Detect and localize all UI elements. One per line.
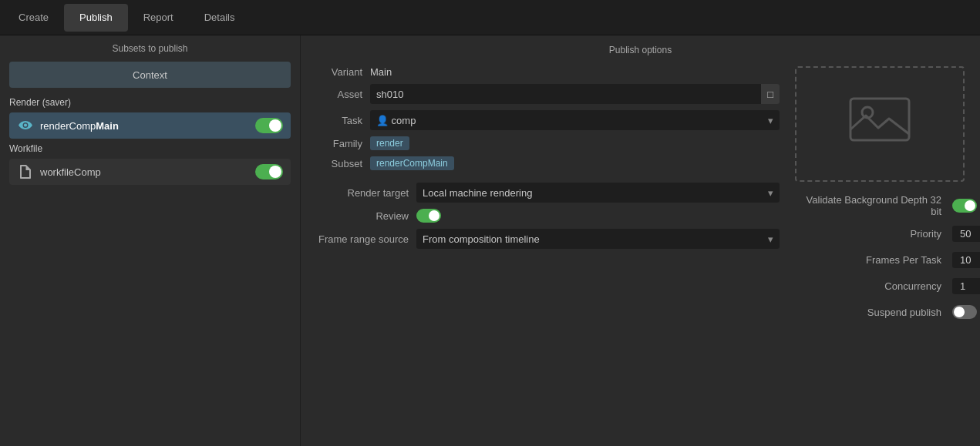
variant-label: Variant [316, 66, 362, 78]
priority-row: Priority 50 [795, 223, 965, 243]
task-row: Task 👤 comp [316, 110, 780, 130]
suspend-publish-row: Suspend publish [795, 302, 965, 322]
tab-create[interactable]: Create [3, 4, 64, 32]
task-select[interactable]: 👤 comp [370, 110, 780, 130]
bottom-options: Render target Local machine rendering Re… [316, 183, 780, 249]
top-navigation: Create Publish Report Details [0, 0, 980, 35]
workfile-section-label: Workfile [9, 143, 291, 154]
render-comp-main-label: renderCompMain [40, 120, 255, 132]
render-comp-main-toggle[interactable] [255, 118, 283, 133]
form-section: Variant Main Asset □ Task 👤 [316, 66, 780, 437]
context-button[interactable]: Context [9, 62, 291, 88]
eye-icon [17, 117, 34, 134]
workfile-comp-toggle[interactable] [255, 164, 283, 179]
family-row: Family render [316, 136, 780, 150]
concurrency-value: 1 [952, 278, 980, 294]
workfile-comp-item[interactable]: workfileComp [9, 159, 291, 185]
frame-range-row: Frame range source From composition time… [316, 229, 780, 249]
concurrency-label: Concurrency [795, 280, 941, 292]
image-placeholder-icon [849, 92, 911, 156]
suspend-publish-label: Suspend publish [795, 307, 941, 318]
render-target-row: Render target Local machine rendering [316, 183, 780, 203]
subset-label: Subset [316, 158, 362, 169]
render-section-label: Render (saver) [9, 97, 291, 108]
validate-bg-depth-row: Validate Background Depth 32 bit [795, 194, 965, 217]
variant-value: Main [370, 66, 392, 78]
family-badge: render [370, 136, 409, 150]
suspend-publish-toggle[interactable] [952, 305, 977, 319]
publish-area: Variant Main Asset □ Task 👤 [316, 66, 965, 437]
file-icon [17, 163, 34, 180]
subsets-panel-title: Subsets to publish [9, 43, 291, 54]
main-content: Subsets to publish Context Render (saver… [0, 35, 980, 446]
workfile-comp-label: workfileComp [40, 166, 255, 178]
tab-publish[interactable]: Publish [64, 4, 128, 32]
review-label: Review [316, 210, 409, 222]
asset-input-group: □ [370, 84, 780, 104]
priority-label: Priority [795, 228, 941, 240]
priority-value: 50 [952, 226, 980, 242]
asset-expand-button[interactable]: □ [761, 84, 780, 104]
tab-report[interactable]: Report [128, 4, 189, 32]
asset-input[interactable] [370, 84, 761, 104]
thumbnail-box [795, 66, 965, 182]
frame-range-label: Frame range source [316, 233, 409, 245]
frame-range-select-wrapper: From composition timeline [416, 229, 780, 249]
subset-row: Subset renderCompMain [316, 156, 780, 170]
thumbnail-area: Validate Background Depth 32 bit Priorit… [795, 66, 965, 437]
left-panel: Subsets to publish Context Render (saver… [0, 35, 301, 446]
render-target-select-wrapper: Local machine rendering [416, 183, 780, 203]
validate-bg-depth-label: Validate Background Depth 32 bit [795, 194, 941, 217]
right-options: Validate Background Depth 32 bit Priorit… [795, 194, 965, 322]
family-label: Family [316, 138, 362, 149]
concurrency-row: Concurrency 1 [795, 276, 965, 296]
frame-range-select[interactable]: From composition timeline [416, 229, 780, 249]
publish-options-title: Publish options [316, 45, 965, 55]
task-select-wrapper: 👤 comp [370, 110, 780, 130]
render-target-label: Render target [316, 187, 409, 199]
render-target-select[interactable]: Local machine rendering [416, 183, 780, 203]
review-toggle[interactable] [416, 209, 441, 223]
svg-rect-0 [850, 99, 909, 140]
render-comp-main-item[interactable]: renderCompMain [9, 112, 291, 139]
frames-per-task-label: Frames Per Task [795, 254, 941, 266]
review-row: Review [316, 209, 780, 223]
tab-details[interactable]: Details [189, 4, 251, 32]
right-panel: Publish options Variant Main Asset □ [301, 35, 980, 446]
asset-row: Asset □ [316, 84, 780, 104]
subset-badge: renderCompMain [370, 156, 454, 170]
frames-per-task-value: 10 [952, 252, 980, 268]
task-label: Task [316, 115, 362, 126]
validate-bg-depth-toggle[interactable] [952, 199, 977, 213]
variant-row: Variant Main [316, 66, 780, 78]
asset-label: Asset [316, 89, 362, 100]
frames-per-task-row: Frames Per Task 10 [795, 250, 965, 270]
